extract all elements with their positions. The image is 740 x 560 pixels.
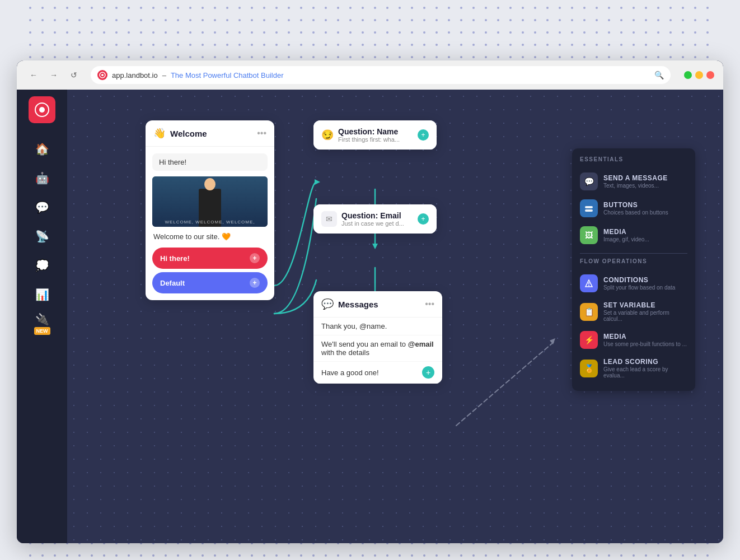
messages-card-menu[interactable]: ••• xyxy=(425,299,434,309)
traffic-light-green xyxy=(684,71,692,79)
default-button[interactable]: Default + xyxy=(152,272,268,293)
conditions-title: CONDITIONS xyxy=(603,276,675,284)
canvas-area[interactable]: 👋 Welcome ••• Hi there! xyxy=(67,90,723,543)
app-content: 🏠 🤖 💬 📡 💭 📊 🔌 NEW xyxy=(17,90,723,543)
media-title: MEDIA xyxy=(603,228,649,236)
flow-media[interactable]: ⚡ MEDIA Use some pre-built functions to … xyxy=(580,326,687,353)
integrations-icon: 🔌 xyxy=(35,312,49,326)
hi-there-plus[interactable]: + xyxy=(250,253,260,263)
hi-there-button[interactable]: Hi there! + xyxy=(152,248,268,269)
conditions-icon xyxy=(580,274,598,292)
question-name-emoji: 😏 xyxy=(321,129,334,141)
send-message-title: SEND A MESSAGE xyxy=(603,174,668,182)
set-variable-title: SET VARIABLE xyxy=(603,301,687,309)
message-item-2: We'll send you an email to @email with t… xyxy=(313,335,442,362)
messages-card-icon: 💬 xyxy=(321,298,334,310)
sidebar-item-analytics[interactable]: 📊 xyxy=(30,282,54,307)
live-icon: 📡 xyxy=(35,230,49,243)
address-separator: – xyxy=(162,71,166,80)
question-name-plus[interactable]: + xyxy=(418,129,429,141)
essentials-media[interactable]: 🖼 MEDIA Image, gif, video... xyxy=(580,222,687,249)
home-icon: 🏠 xyxy=(35,142,49,156)
svg-rect-9 xyxy=(585,209,593,212)
sidebar-item-home[interactable]: 🏠 xyxy=(30,137,54,161)
question-email-title: Question: Email xyxy=(341,211,404,220)
send-message-subtitle: Text, images, videos... xyxy=(603,183,668,189)
media-icon: 🖼 xyxy=(580,226,598,244)
svg-marker-4 xyxy=(372,244,378,249)
lead-scoring-subtitle: Give each lead a score by evalua... xyxy=(603,366,687,379)
traffic-lights xyxy=(684,71,714,79)
welcome-card-title: Welcome xyxy=(170,129,207,138)
default-plus[interactable]: + xyxy=(250,278,260,288)
messages-card: 💬 Messages ••• Thank you, @name. We'll s… xyxy=(313,291,442,384)
app-logo[interactable] xyxy=(29,96,55,123)
sidebar-item-whatsapp[interactable]: 💬 xyxy=(30,195,54,220)
bot-icon: 🤖 xyxy=(35,171,49,185)
browser-toolbar: ← → ↺ app.landbot.io – The Most Powerful… xyxy=(17,60,723,90)
whatsapp-icon: 💬 xyxy=(35,200,49,214)
flow-conditions[interactable]: CONDITIONS Split your flow based on data xyxy=(580,270,687,297)
svg-rect-8 xyxy=(585,206,593,208)
flow-lead-scoring[interactable]: 🏅 LEAD SCORING Give each lead a score by… xyxy=(580,353,687,383)
flow-media-title: MEDIA xyxy=(603,333,687,340)
welcome-card: 👋 Welcome ••• Hi there! xyxy=(146,120,274,300)
sidebar-item-integrations[interactable]: 🔌 NEW xyxy=(30,311,54,336)
svg-point-3 xyxy=(39,107,45,113)
traffic-light-yellow xyxy=(695,71,703,79)
send-message-icon: 💬 xyxy=(580,172,598,190)
flow-operations-label: FLOW OPERATIONS xyxy=(580,258,687,264)
message-item-1: Thank you, @name. xyxy=(313,318,442,335)
new-badge: NEW xyxy=(34,327,50,335)
lead-scoring-icon: 🏅 xyxy=(580,360,598,377)
essentials-send-message[interactable]: 💬 SEND A MESSAGE Text, images, videos... xyxy=(580,168,687,195)
svg-marker-6 xyxy=(550,338,555,344)
search-icon[interactable]: 🔍 xyxy=(654,71,664,80)
svg-marker-7 xyxy=(315,179,320,185)
media-subtitle: Image, gif, video... xyxy=(603,236,649,242)
question-name-card: 😏 Question: Name First things first: wha… xyxy=(313,120,437,150)
address-url: app.landbot.io xyxy=(112,71,158,80)
question-name-subtitle: First things first: wha... xyxy=(338,136,400,143)
reload-button[interactable]: ↺ xyxy=(66,67,82,83)
message-item-3: Have a good one! + xyxy=(313,362,442,384)
set-variable-icon: 📋 xyxy=(580,303,598,321)
buttons-subtitle: Choices based on buttons xyxy=(603,209,668,216)
panel-divider xyxy=(580,253,687,254)
svg-point-12 xyxy=(588,285,589,286)
question-email-plus[interactable]: + xyxy=(418,213,429,225)
back-button[interactable]: ← xyxy=(26,67,41,83)
welcome-text: Welcome to our site. 🧡 xyxy=(152,232,268,241)
welcome-card-menu[interactable]: ••• xyxy=(257,128,266,138)
welcome-card-body: Hi there! WELCOME, WELCOME, WELCOME, Wel… xyxy=(146,147,274,300)
welcome-card-header: 👋 Welcome ••• xyxy=(146,120,274,147)
email-icon: ✉ xyxy=(321,211,337,227)
messages-card-title: Messages xyxy=(338,300,378,309)
sidebar-item-live[interactable]: 📡 xyxy=(30,224,54,249)
sidebar-item-bot[interactable]: 🤖 xyxy=(30,166,54,190)
flow-set-variable[interactable]: 📋 SET VARIABLE Set a variable and perfor… xyxy=(580,297,687,326)
traffic-light-red xyxy=(706,71,714,79)
messages-plus[interactable]: + xyxy=(422,366,434,379)
analytics-icon: 📊 xyxy=(35,288,49,301)
forward-button[interactable]: → xyxy=(46,67,62,83)
buttons-icon xyxy=(580,199,598,217)
address-bar[interactable]: app.landbot.io – The Most Powerful Chatb… xyxy=(91,66,671,84)
question-name-title: Question: Name xyxy=(338,127,400,136)
site-icon xyxy=(97,70,107,80)
set-variable-subtitle: Set a variable and perform calcul... xyxy=(603,310,687,322)
question-email-header: ✉ Question: Email Just in case we get d.… xyxy=(313,204,437,234)
hi-there-bubble: Hi there! xyxy=(152,153,268,171)
essentials-label: ESSENTIALS xyxy=(580,156,687,162)
conditions-subtitle: Split your flow based on data xyxy=(603,284,675,291)
buttons-title: BUTTONS xyxy=(603,201,668,209)
lead-scoring-title: LEAD SCORING xyxy=(603,358,687,366)
question-email-card: ✉ Question: Email Just in case we get d.… xyxy=(313,204,437,234)
gif-label: WELCOME, WELCOME, WELCOME, xyxy=(165,220,255,225)
welcome-emoji: 👋 xyxy=(153,127,166,139)
essentials-buttons[interactable]: BUTTONS Choices based on buttons xyxy=(580,195,687,222)
sidebar-item-messages[interactable]: 💭 xyxy=(30,253,54,278)
flow-media-icon: ⚡ xyxy=(580,331,598,349)
sidebar: 🏠 🤖 💬 📡 💭 📊 🔌 NEW xyxy=(17,90,67,543)
question-email-subtitle: Just in case we get d... xyxy=(341,220,404,227)
